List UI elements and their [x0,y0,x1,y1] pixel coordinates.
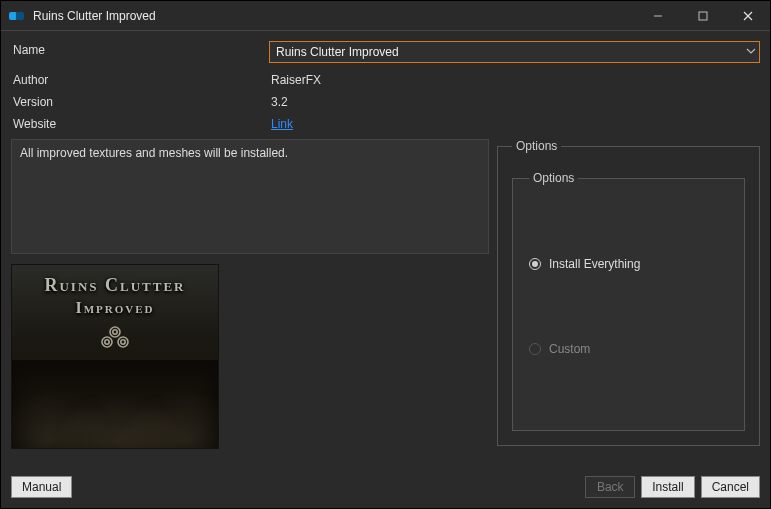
author-label: Author [11,69,261,91]
options-inner-legend: Options [529,171,578,185]
name-input[interactable] [269,41,760,63]
version-value: 3.2 [269,91,489,113]
description-text[interactable]: All improved textures and meshes will be… [11,139,489,254]
maximize-button[interactable] [680,1,725,30]
options-inner-group: Options Install Everything Custom [512,171,745,431]
svg-rect-3 [699,12,707,20]
options-legend: Options [512,139,561,153]
svg-point-9 [113,330,117,334]
manual-button[interactable]: Manual [11,476,72,498]
version-label: Version [11,91,261,113]
svg-point-10 [105,340,109,344]
mod-image-line2: Improved [44,297,185,319]
website-link[interactable]: Link [271,117,293,131]
svg-point-11 [121,340,125,344]
install-button[interactable]: Install [641,476,694,498]
author-value: RaiserFX [269,69,489,91]
svg-point-6 [110,327,120,337]
window-title: Ruins Clutter Improved [33,9,635,23]
radio-label: Install Everything [549,257,640,271]
cancel-button[interactable]: Cancel [701,476,760,498]
website-value: Link [269,113,489,135]
knot-icon [95,323,135,354]
mod-image-line1: Ruins Clutter [44,273,185,297]
website-label: Website [11,113,261,135]
back-button: Back [585,476,635,498]
svg-point-7 [102,337,112,347]
radio-label: Custom [549,342,590,356]
svg-rect-1 [16,12,24,20]
minimize-button[interactable] [635,1,680,30]
mod-image-title: Ruins Clutter Improved [44,265,185,319]
svg-rect-0 [9,12,17,20]
name-label: Name [11,39,261,69]
svg-point-8 [118,337,128,347]
options-group: Options Options Install Everything Custo… [497,139,760,446]
mod-image: Ruins Clutter Improved [11,264,219,449]
radio-icon [529,258,541,270]
window-controls [635,1,770,30]
titlebar: Ruins Clutter Improved [1,1,770,31]
bottom-bar: Manual Back Install Cancel [1,470,770,508]
app-icon [9,10,27,22]
radio-icon [529,343,541,355]
close-button[interactable] [725,1,770,30]
option-custom[interactable]: Custom [529,342,728,356]
option-install-everything[interactable]: Install Everything [529,257,728,271]
